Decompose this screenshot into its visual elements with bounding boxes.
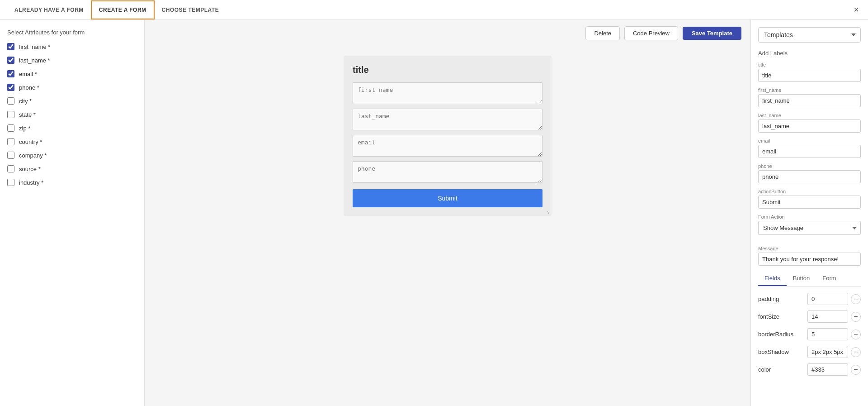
setting-padding: padding −: [758, 293, 861, 305]
form-submit-button[interactable]: Submit: [353, 189, 542, 207]
checkbox-industry[interactable]: [7, 179, 14, 186]
setting-color-input[interactable]: [807, 363, 848, 376]
label-input-title[interactable]: [758, 69, 861, 82]
label-key-title: title: [758, 62, 861, 67]
resize-handle[interactable]: ↘: [546, 210, 550, 215]
save-template-button[interactable]: Save Template: [683, 27, 741, 40]
label-input-action-button[interactable]: [758, 196, 861, 209]
attribute-phone[interactable]: phone *: [7, 84, 137, 91]
tab-choose-template[interactable]: CHOOSE TEMPLATE: [155, 1, 226, 19]
setting-color-value: −: [807, 363, 861, 376]
tab-already-have-form[interactable]: ALREADY HAVE A FORM: [7, 1, 91, 19]
attribute-label-industry: industry *: [19, 179, 43, 186]
label-key-email: email: [758, 138, 861, 143]
tab-fields[interactable]: Fields: [758, 271, 787, 286]
checkbox-last-name[interactable]: [7, 57, 14, 64]
form-action-label: Form Action: [758, 214, 861, 220]
label-row-title: title: [758, 62, 861, 82]
setting-fontsize-input[interactable]: [807, 310, 848, 323]
sidebar-title: Select Attributes for your form: [7, 29, 137, 36]
label-key-last-name: last_name: [758, 113, 861, 118]
label-input-phone[interactable]: [758, 170, 861, 183]
checkbox-company[interactable]: [7, 152, 14, 159]
checkbox-first-name[interactable]: [7, 43, 14, 50]
attribute-email[interactable]: email *: [7, 70, 137, 77]
setting-fontsize-minus[interactable]: −: [851, 312, 861, 322]
attribute-label-first-name: first_name *: [19, 43, 50, 50]
label-key-first-name: first_name: [758, 87, 861, 93]
close-button[interactable]: ×: [854, 5, 859, 15]
attribute-label-source: source *: [19, 166, 41, 172]
form-action-row: Form Action Show Message Redirect: [758, 214, 861, 240]
form-card: title Submit ↘: [344, 56, 552, 216]
attribute-state[interactable]: state *: [7, 111, 137, 118]
form-field-lastname[interactable]: [353, 109, 542, 130]
form-field-phone[interactable]: [353, 161, 542, 183]
label-row-phone: phone: [758, 163, 861, 183]
attribute-label-phone: phone *: [19, 84, 39, 91]
attribute-first-name[interactable]: first_name *: [7, 43, 137, 50]
setting-padding-minus[interactable]: −: [851, 294, 861, 304]
attribute-last-name[interactable]: last_name *: [7, 57, 137, 64]
checkbox-state[interactable]: [7, 111, 14, 118]
form-preview-wrapper: title Submit ↘: [145, 47, 750, 406]
checkbox-country[interactable]: [7, 138, 14, 145]
right-panel: Templates Add Labels title first_name la…: [750, 20, 868, 406]
setting-borderradius-input[interactable]: [807, 328, 848, 340]
label-input-last-name[interactable]: [758, 119, 861, 133]
templates-dropdown[interactable]: Templates: [758, 27, 861, 43]
checkbox-city[interactable]: [7, 97, 14, 105]
setting-borderradius-label: borderRadius: [758, 331, 793, 338]
top-navigation: ALREADY HAVE A FORM CREATE A FORM CHOOSE…: [0, 0, 868, 20]
setting-color-minus[interactable]: −: [851, 365, 861, 375]
attribute-label-email: email *: [19, 71, 37, 77]
delete-button[interactable]: Delete: [585, 26, 620, 40]
attribute-company[interactable]: company *: [7, 152, 137, 159]
checkbox-email[interactable]: [7, 70, 14, 77]
checkbox-source[interactable]: [7, 165, 14, 172]
code-preview-button[interactable]: Code Preview: [624, 26, 678, 40]
attribute-zip[interactable]: zip *: [7, 124, 137, 132]
add-labels-title: Add Labels: [758, 50, 861, 57]
setting-boxshadow-input[interactable]: [807, 346, 848, 358]
tab-button[interactable]: Button: [787, 271, 816, 286]
checkbox-zip[interactable]: [7, 124, 14, 132]
attribute-label-zip: zip *: [19, 125, 30, 132]
setting-fontsize: fontSize −: [758, 310, 861, 323]
tab-create-form[interactable]: CREATE A FORM: [91, 0, 155, 19]
label-input-email[interactable]: [758, 145, 861, 158]
message-input[interactable]: [758, 253, 861, 266]
tab-form[interactable]: Form: [816, 271, 842, 286]
label-input-first-name[interactable]: [758, 94, 861, 107]
setting-borderradius: borderRadius −: [758, 328, 861, 340]
right-tabs: Fields Button Form: [758, 271, 861, 287]
setting-borderradius-value: −: [807, 328, 861, 340]
attribute-source[interactable]: source *: [7, 165, 137, 172]
attribute-label-city: city *: [19, 98, 32, 105]
form-action-select[interactable]: Show Message Redirect: [758, 221, 861, 235]
setting-borderradius-minus[interactable]: −: [851, 330, 861, 339]
setting-padding-input[interactable]: [807, 293, 848, 305]
attribute-industry[interactable]: industry *: [7, 179, 137, 186]
setting-fontsize-value: −: [807, 310, 861, 323]
message-label: Message: [758, 246, 861, 251]
setting-color-label: color: [758, 366, 771, 373]
attribute-label-country: country *: [19, 139, 42, 145]
attribute-country[interactable]: country *: [7, 138, 137, 145]
form-field-email[interactable]: [353, 135, 542, 157]
form-title: title: [353, 65, 542, 75]
message-row: Message: [758, 246, 861, 266]
setting-color: color −: [758, 363, 861, 376]
left-sidebar: Select Attributes for your form first_na…: [0, 20, 145, 406]
label-key-phone: phone: [758, 163, 861, 169]
center-toolbar: Delete Code Preview Save Template: [145, 20, 750, 47]
setting-padding-label: padding: [758, 296, 779, 302]
attribute-city[interactable]: city *: [7, 97, 137, 105]
setting-boxshadow-minus[interactable]: −: [851, 347, 861, 357]
setting-boxshadow-value: −: [807, 346, 861, 358]
label-row-last-name: last_name: [758, 113, 861, 133]
checkbox-phone[interactable]: [7, 84, 14, 91]
attribute-label-last-name: last_name *: [19, 57, 50, 64]
setting-boxshadow: boxShadow −: [758, 346, 861, 358]
form-field-firstname[interactable]: [353, 82, 542, 104]
